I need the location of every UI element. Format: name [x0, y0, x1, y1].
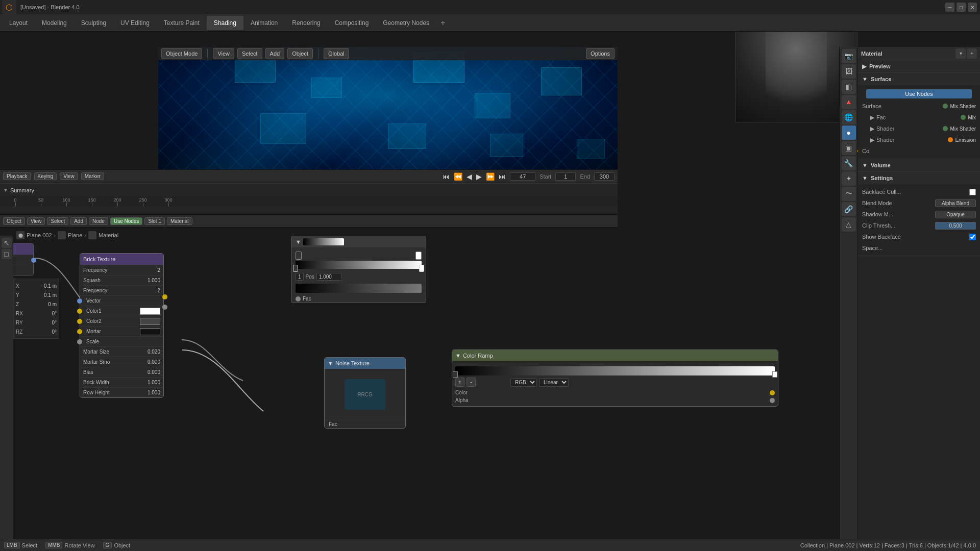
tab-geometry-nodes[interactable]: Geometry Nodes [376, 16, 436, 30]
main-viewport[interactable] [158, 47, 618, 169]
select-menu[interactable]: Select [237, 48, 262, 59]
use-nodes-btn[interactable]: Use Nodes [866, 89, 972, 98]
tab-sculpting[interactable]: Sculpting [74, 16, 113, 30]
gradient-stop-left[interactable] [296, 252, 302, 260]
use-nodes-toggle[interactable]: Use Nodes [110, 217, 142, 225]
shader1-expand[interactable]: ▶ [870, 126, 874, 132]
noise-texture-node[interactable]: ▼ Noise Texture RRCG Fac [324, 357, 406, 429]
ne-add-menu[interactable]: Add [70, 217, 87, 225]
ne-view-menu[interactable]: View [27, 217, 45, 225]
particles-icon[interactable]: ✦ [842, 171, 856, 186]
cr-collapse-icon[interactable]: ▼ [455, 353, 461, 359]
marker-menu[interactable]: Marker [81, 172, 104, 180]
shader2-expand[interactable]: ▶ [870, 137, 874, 143]
world-props-icon[interactable]: 🌐 [842, 110, 856, 124]
ne-select-menu[interactable]: Select [47, 217, 68, 225]
minimize-btn[interactable]: ─ [945, 3, 954, 12]
box-select-tool[interactable]: □ [2, 249, 12, 259]
gradient-stop-100[interactable] [419, 265, 424, 272]
cr-interpolation-select[interactable]: Linear [539, 378, 569, 387]
cr-mode-select[interactable]: RGB [510, 378, 537, 387]
scene-props-icon[interactable]: 🔺 [842, 95, 856, 109]
gradient-index-row: 1 Pos 1.000 [291, 272, 426, 282]
keying-menu[interactable]: Keying [34, 172, 57, 180]
new-material-btn[interactable]: + [967, 48, 977, 59]
cr-add-btn[interactable]: + [455, 378, 464, 387]
brick-texture-node[interactable]: Brick Texture Frequency 2 Squash 1.000 F… [80, 253, 164, 398]
color-ramp-node[interactable]: ▼ Color Ramp + - RGB Linear Color Alp [452, 349, 778, 407]
modifier-props-icon[interactable]: 🔧 [842, 156, 856, 170]
tab-texture-paint[interactable]: Texture Paint [157, 16, 207, 30]
close-btn[interactable]: ✕ [968, 3, 977, 12]
start-frame[interactable]: 1 [555, 172, 576, 181]
timeline-ruler[interactable]: 0 50 100 150 200 250 300 [0, 196, 618, 207]
end-frame[interactable]: 300 [594, 172, 615, 181]
jump-end-btn[interactable]: ⏭ [499, 172, 506, 181]
tab-uv-editing[interactable]: UV Editing [113, 16, 157, 30]
noise-collapse-icon[interactable]: ▼ [328, 360, 333, 366]
vector-socket-out [31, 258, 36, 263]
gradient-stop-0[interactable] [293, 265, 298, 272]
gradient-color-swatch[interactable] [296, 284, 422, 293]
mortar-swatch[interactable] [140, 328, 160, 335]
settings-section-header[interactable]: ▼ Settings [858, 172, 980, 184]
jump-start-btn[interactable]: ⏮ [443, 172, 450, 181]
viewport-shading[interactable]: Global [324, 48, 349, 59]
gradient-node-panel[interactable]: ▼ 1 Pos 1.000 Fac [291, 236, 426, 303]
tab-layout[interactable]: Layout [2, 16, 35, 30]
node-canvas[interactable]: ing Vector Point ▾ X 0.1 m Y 0.1 m Z 0 m… [13, 228, 291, 551]
gradient-index[interactable]: 1 [296, 273, 304, 281]
view-layer-icon[interactable]: ◧ [842, 80, 856, 94]
gradient-stop-right[interactable] [415, 252, 422, 260]
mode-selector[interactable]: Object Mode [161, 48, 202, 59]
tab-shading[interactable]: Shading [207, 16, 243, 30]
fac-expand[interactable]: ▶ [870, 114, 874, 121]
output-props-icon[interactable]: 🖼 [842, 64, 856, 79]
physics-icon[interactable]: 〜 [842, 187, 856, 201]
cr-stop-left[interactable] [453, 371, 458, 378]
tab-compositing[interactable]: Compositing [328, 16, 376, 30]
color2-swatch[interactable] [140, 318, 160, 325]
tab-modeling[interactable]: Modeling [35, 16, 74, 30]
material-selector[interactable]: Material [167, 217, 192, 225]
play-back-btn[interactable]: ◀ [467, 172, 472, 181]
render-props-icon[interactable]: 📷 [842, 49, 856, 63]
gradient-pos[interactable]: 1.000 [316, 273, 342, 281]
show-backface-checkbox[interactable] [969, 234, 976, 240]
backface-checkbox[interactable] [969, 189, 976, 195]
current-frame[interactable]: 47 [510, 172, 535, 181]
slot-selector[interactable]: Slot 1 [144, 217, 165, 225]
data-icon[interactable]: △ [842, 217, 856, 232]
play-btn[interactable]: ▶ [476, 172, 482, 181]
add-menu[interactable]: Add [265, 48, 285, 59]
add-workspace-btn[interactable]: + [436, 18, 449, 28]
ne-node-menu[interactable]: Node [89, 217, 108, 225]
maximize-btn[interactable]: □ [957, 3, 966, 12]
constraints-icon[interactable]: 🔗 [842, 202, 856, 216]
object-props-icon[interactable]: ▣ [842, 141, 856, 155]
cr-stop-right[interactable] [772, 371, 777, 378]
select-tool[interactable]: ↖ [2, 238, 12, 248]
tab-rendering[interactable]: Rendering [285, 16, 327, 30]
color1-swatch[interactable] [140, 308, 160, 315]
tab-animation[interactable]: Animation [243, 16, 285, 30]
browse-material-btn[interactable]: ▾ [955, 48, 966, 59]
step-back-btn[interactable]: ⏪ [454, 172, 462, 181]
view-menu[interactable]: View [60, 172, 78, 180]
object-type-btn[interactable]: Object [3, 217, 25, 225]
summary-arrow[interactable]: ▼ [3, 187, 8, 193]
step-fwd-btn[interactable]: ⏩ [486, 172, 495, 181]
surface-section-header[interactable]: ▼ Surface [858, 73, 980, 85]
options-btn[interactable]: Options [586, 48, 615, 59]
gradient-collapse[interactable]: ▼ [296, 239, 301, 245]
preview-section-header[interactable]: ▶ Preview [858, 60, 980, 72]
view-menu[interactable]: View [213, 48, 234, 59]
clip-thresh-value[interactable]: 0.500 [935, 222, 976, 230]
playback-menu[interactable]: Playback [3, 172, 31, 180]
blend-mode-value[interactable]: Alpha Blend [935, 199, 976, 207]
shadow-mode-value[interactable]: Opaque [935, 211, 976, 218]
object-menu[interactable]: Object [287, 48, 313, 59]
cr-remove-btn[interactable]: - [467, 378, 476, 387]
volume-section-header[interactable]: ▼ Volume [858, 159, 980, 171]
material-props-icon[interactable]: ● [842, 126, 856, 140]
